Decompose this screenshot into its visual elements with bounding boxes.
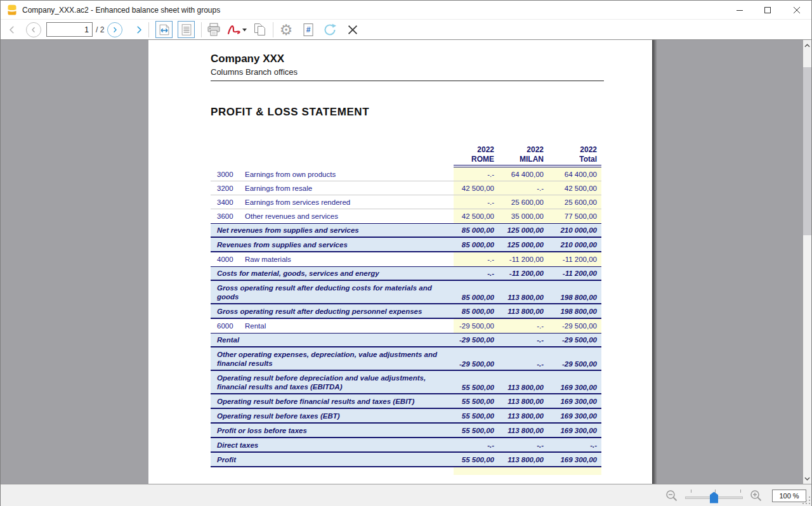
resize-grip[interactable] — [802, 497, 810, 505]
page-shadow — [652, 40, 657, 484]
value-cell: 42 500,00 — [454, 181, 499, 195]
scroll-down-icon[interactable] — [803, 473, 811, 484]
scroll-up-icon[interactable] — [803, 40, 811, 51]
group-row: Profit or loss before taxes55 500,00113 … — [211, 424, 601, 438]
account-code: 3000 — [217, 171, 239, 178]
close-preview-button[interactable] — [344, 21, 362, 39]
value-cell: -.- — [548, 441, 601, 449]
partial-next-row — [211, 467, 601, 475]
account-row: 4000Raw materials-.--11 200,00-11 200,00 — [211, 252, 601, 266]
value-cell: 210 000,00 — [548, 241, 601, 249]
group-row: Net revenues from supplies and services8… — [211, 223, 601, 238]
minimize-button[interactable] — [727, 1, 752, 19]
account-label: Rental — [245, 322, 266, 330]
value-cell: -11 200,00 — [499, 252, 548, 266]
table-header: 2022ROME2022MILAN2022Total — [211, 145, 601, 167]
group-row: Operating result before taxes (EBT)55 50… — [211, 409, 601, 424]
zoom-slider-handle[interactable] — [710, 492, 718, 503]
next-page-button[interactable] — [107, 22, 122, 37]
copy-button[interactable] — [251, 21, 268, 39]
group-row: Gross operating result after deducting p… — [211, 304, 601, 319]
account-code: 3400 — [217, 198, 239, 206]
account-code: 4000 — [217, 256, 239, 263]
vertical-scrollbar[interactable] — [803, 40, 811, 484]
full-page-button[interactable] — [178, 21, 195, 38]
group-label: Revenues from supplies and services — [211, 241, 454, 249]
value-cell: 113 800,00 — [499, 384, 548, 393]
value-cell: -.- — [499, 336, 548, 344]
zoom-percent-input[interactable] — [772, 490, 806, 502]
zoom-out-icon[interactable] — [665, 489, 679, 503]
value-cell: 113 800,00 — [499, 456, 548, 464]
statusbar — [1, 484, 811, 506]
group-label: Operating result before taxes (EBT) — [211, 412, 454, 420]
value-cell: 35 000,00 — [499, 209, 548, 223]
column-headers: 2022ROME2022MILAN2022Total — [454, 145, 601, 167]
group-label: Other operating expenses, depreciation, … — [211, 350, 454, 370]
last-page-icon[interactable] — [133, 23, 145, 36]
value-cell: -29 500,00 — [454, 336, 499, 344]
slider-tick — [691, 490, 691, 493]
value-cell: 85 000,00 — [454, 226, 499, 234]
value-cell: -11 200,00 — [548, 269, 601, 277]
titlebar: Company_XXX.ac2 - Enhanced balance sheet… — [1, 1, 811, 20]
value-cell: -.- — [454, 167, 499, 181]
print-preview-area: Company XXX Columns Branch offices PROFI… — [1, 40, 811, 484]
window-close-button[interactable] — [784, 1, 809, 19]
maximize-button[interactable] — [755, 1, 780, 19]
group-label: Net revenues from supplies and services — [211, 226, 454, 234]
value-cell: -29 500,00 — [548, 360, 601, 370]
account-cell: 3400Earnings from services rendered — [211, 198, 454, 206]
account-cell: 3200Earnings from resale — [211, 185, 454, 192]
refresh-button[interactable] — [321, 21, 339, 39]
group-row: Operating result before financial result… — [211, 394, 601, 409]
column-header: 2022MILAN — [499, 145, 548, 164]
value-cell: 85 000,00 — [454, 241, 499, 249]
value-cell: 125 000,00 — [499, 241, 548, 249]
first-page-icon[interactable] — [6, 23, 18, 36]
page-numbers-button[interactable]: # — [299, 21, 317, 39]
account-row: 3400Earnings from services rendered-.-25… — [211, 195, 601, 209]
value-cell: 198 800,00 — [548, 294, 601, 303]
zoom-slider[interactable] — [685, 488, 743, 503]
account-code: 6000 — [217, 322, 239, 330]
zoom-controls — [662, 484, 806, 506]
app-window: Company_XXX.ac2 - Enhanced balance sheet… — [0, 0, 812, 506]
value-cell: 42 500,00 — [548, 181, 601, 195]
group-row: Costs for material, goods, services and … — [211, 266, 601, 281]
value-cell: 64 400,00 — [548, 167, 601, 181]
fit-width-button[interactable] — [155, 21, 173, 38]
value-cell: -.- — [454, 269, 499, 277]
pdf-export-button[interactable] — [226, 21, 247, 39]
value-cell: -.- — [454, 441, 499, 449]
page-number-input[interactable] — [46, 22, 93, 37]
value-cell: -.- — [499, 441, 548, 449]
group-label: Operating result before financial result… — [211, 398, 454, 405]
report-title: PROFIT & LOSS STATEMENT — [211, 106, 369, 119]
value-cell: 198 800,00 — [548, 308, 601, 315]
print-button[interactable] — [205, 21, 223, 39]
value-cell: -.- — [454, 252, 499, 266]
group-label: Operating result before depreciation and… — [211, 373, 454, 393]
toolbar-separator — [201, 22, 202, 37]
value-cell: 113 800,00 — [499, 412, 548, 420]
report-table-body: 3000Earnings from own products-.-64 400,… — [211, 167, 601, 467]
zoom-in-icon[interactable] — [749, 489, 763, 503]
group-label: Gross operating result after deducting p… — [211, 308, 454, 315]
value-cell: 55 500,00 — [454, 384, 499, 393]
value-cell: 85 000,00 — [454, 308, 499, 315]
value-cell: 169 300,00 — [548, 412, 601, 420]
scrollbar-thumb[interactable] — [803, 67, 811, 235]
toolbar-separator — [273, 22, 273, 37]
settings-gear-button[interactable]: ⚙ — [277, 21, 295, 39]
account-cell: 3600Other revenues and services — [211, 212, 454, 220]
value-cell: -29 500,00 — [548, 319, 601, 333]
previous-page-button[interactable] — [26, 22, 41, 37]
account-cell: 6000Rental — [211, 322, 454, 330]
account-code: 3600 — [217, 212, 239, 220]
account-label: Earnings from own products — [245, 171, 336, 178]
account-label: Earnings from resale — [245, 185, 312, 192]
group-row: Revenues from supplies and services85 00… — [211, 238, 601, 252]
header-rule — [211, 81, 604, 81]
value-cell: 169 300,00 — [548, 427, 601, 434]
